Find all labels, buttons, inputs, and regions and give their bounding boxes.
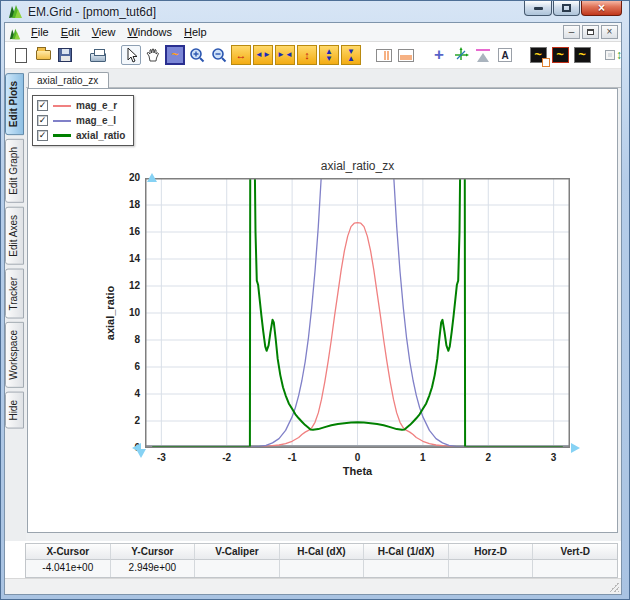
menu-help[interactable]: Help xyxy=(178,25,213,39)
compress-x-button[interactable]: ►◄ xyxy=(275,45,295,65)
pan-hand-icon xyxy=(146,48,160,62)
legend: ✓ mag_e_r ✓ mag_e_l ✓ xyxy=(32,95,134,146)
pan-tool-button[interactable] xyxy=(143,45,163,65)
zoom-in-button[interactable] xyxy=(187,45,207,65)
legend-line-axial-ratio xyxy=(53,134,71,137)
menu-file[interactable]: File xyxy=(25,25,55,39)
zoom-out-button[interactable] xyxy=(209,45,229,65)
split-horizontal-button[interactable] xyxy=(396,45,416,65)
menu-view[interactable]: View xyxy=(86,25,122,39)
axis-handle-bottom-right-icon[interactable] xyxy=(571,443,580,453)
graph-properties-button[interactable]: ~ xyxy=(528,45,548,65)
zoom-out-icon xyxy=(211,47,227,63)
axes-icon xyxy=(453,47,469,63)
dark-plot-style-button[interactable]: ~ xyxy=(550,45,570,65)
sidebar-tab-edit-graph[interactable]: Edit Graph xyxy=(5,139,24,203)
vertical-link-checkbox-left[interactable] xyxy=(605,50,615,60)
x-tick-label: 0 xyxy=(343,452,373,463)
mdi-minimize-button[interactable]: – xyxy=(563,25,580,39)
sidebar-tab-tracker[interactable]: Tracker xyxy=(5,269,24,319)
caliper-icon xyxy=(477,53,489,62)
status-value-cell xyxy=(195,560,280,577)
shrink-x-button[interactable]: ◄► xyxy=(253,45,273,65)
legend-checkbox-mag-e-r[interactable]: ✓ xyxy=(37,100,48,111)
fit-view-icon: ~ xyxy=(171,48,178,62)
x-tick-label: 1 xyxy=(408,452,438,463)
legend-label-mag-e-r: mag_e_r xyxy=(76,100,117,111)
sidebar: Edit Plots Edit Graph Edit Axes Tracker … xyxy=(5,69,26,541)
cursor-status-table: X-CursorY-CursorV-CaliperH-Cal (dX)H-Cal… xyxy=(25,543,618,578)
zoom-in-icon xyxy=(189,47,205,63)
new-file-button[interactable] xyxy=(11,45,31,65)
client-area: File Edit View Windows Help – × xyxy=(4,22,622,595)
legend-checkbox-mag-e-l[interactable]: ✓ xyxy=(37,115,48,126)
expand-x-icon: ↔ xyxy=(236,50,247,60)
status-header-cell: X-Cursor xyxy=(26,544,111,560)
y-tick-label: 10 xyxy=(114,307,140,319)
legend-line-mag-e-r xyxy=(53,105,71,107)
properties-box-icon xyxy=(542,58,550,67)
status-table-header-row: X-CursorY-CursorV-CaliperH-Cal (dX)H-Cal… xyxy=(26,544,617,560)
maximize-button[interactable] xyxy=(553,1,580,16)
axis-handle-top-left-icon[interactable] xyxy=(147,173,157,182)
y-tick-label: 18 xyxy=(114,199,140,211)
y-tick-label: 20 xyxy=(114,172,140,184)
close-button[interactable]: × xyxy=(581,1,622,16)
shrink-x-icon: ◄► xyxy=(255,50,271,60)
print-button[interactable] xyxy=(88,45,108,65)
legend-label-mag-e-l: mag_e_l xyxy=(76,115,116,126)
open-file-button[interactable] xyxy=(33,45,53,65)
x-tick-label: 2 xyxy=(473,452,503,463)
fit-view-button[interactable]: ~ xyxy=(165,45,185,65)
expand-y-button[interactable]: ↕ xyxy=(297,45,317,65)
resize-grip[interactable] xyxy=(609,582,619,592)
y-tick-label: 6 xyxy=(114,361,140,373)
split-vertical-button[interactable] xyxy=(374,45,394,65)
sidebar-tab-edit-plots[interactable]: Edit Plots xyxy=(5,73,24,135)
menu-edit[interactable]: Edit xyxy=(55,25,86,39)
split-vertical-icon xyxy=(376,49,392,62)
pointer-tool-button[interactable] xyxy=(121,45,141,65)
sidebar-tab-workspace[interactable]: Workspace xyxy=(5,322,24,388)
sidebar-tab-edit-axes[interactable]: Edit Axes xyxy=(5,207,24,265)
compress-y-icon: ▼▲ xyxy=(347,48,355,62)
y-tick-label: 12 xyxy=(114,280,140,292)
document-area: axial_ratio_zx ✓ mag_e_r ✓ xyxy=(26,69,621,541)
tab-axial-ratio-zx[interactable]: axial_ratio_zx xyxy=(28,72,109,88)
legend-row-axial-ratio: ✓ axial_ratio xyxy=(37,129,125,142)
print-icon xyxy=(90,53,106,62)
caliper-tool-button[interactable] xyxy=(473,45,493,65)
crosshair-tool-button[interactable]: + xyxy=(429,45,449,65)
vertical-link-group[interactable]: ↕ xyxy=(605,45,621,65)
save-button[interactable] xyxy=(55,45,75,65)
new-file-icon xyxy=(15,48,27,63)
save-floppy-icon xyxy=(58,48,72,62)
dark-plot-style-button-2[interactable]: ~ xyxy=(572,45,592,65)
plot-area[interactable] xyxy=(145,178,570,448)
x-tick-label: -3 xyxy=(146,452,176,463)
y-tick-label: 8 xyxy=(114,334,140,346)
status-header-cell: H-Cal (dX) xyxy=(280,544,365,560)
legend-label-axial-ratio: axial_ratio xyxy=(76,130,125,141)
legend-checkbox-axial-ratio[interactable]: ✓ xyxy=(37,130,48,141)
window-title: EM.Grid - [pmom_tut6d] xyxy=(28,5,156,19)
menu-windows[interactable]: Windows xyxy=(121,25,178,39)
text-tool-button[interactable]: A xyxy=(495,45,515,65)
shrink-y-icon: ▲▼ xyxy=(325,48,333,62)
axes-tool-button[interactable] xyxy=(451,45,471,65)
legend-row-mag-e-l: ✓ mag_e_l xyxy=(37,114,125,127)
toolbar: ~ ↔ ◄► ►◄ ↕ ▲▼ ▼▲ + A ~ ~ xyxy=(5,42,621,69)
axis-handle-origin-down-icon[interactable] xyxy=(136,449,146,458)
plot-panel[interactable]: ✓ mag_e_r ✓ mag_e_l ✓ xyxy=(27,88,618,533)
expand-x-button[interactable]: ↔ xyxy=(231,45,251,65)
mdi-restore-button[interactable] xyxy=(582,25,599,39)
compress-y-button[interactable]: ▼▲ xyxy=(341,45,361,65)
status-header-cell: Y-Cursor xyxy=(111,544,196,560)
y-tick-label: 14 xyxy=(114,253,140,265)
mdi-close-button[interactable]: × xyxy=(601,25,618,39)
sidebar-tab-hide[interactable]: Hide xyxy=(5,392,24,429)
title-bar[interactable]: EM.Grid - [pmom_tut6d] × xyxy=(1,1,629,22)
shrink-y-button[interactable]: ▲▼ xyxy=(319,45,339,65)
minimize-button[interactable] xyxy=(524,1,552,16)
x-tick-label: -2 xyxy=(212,452,242,463)
